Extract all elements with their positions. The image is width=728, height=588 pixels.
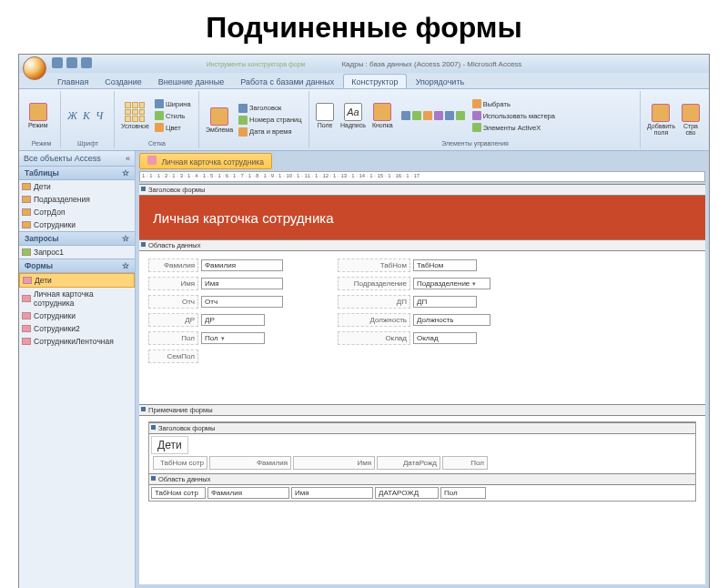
control-icon[interactable]	[434, 111, 443, 120]
nav-item-Запрос1[interactable]: Запрос1	[19, 246, 135, 259]
field-row-Фамилия: ФамилияФамилия	[148, 259, 283, 272]
field-input-ДР[interactable]: ДР	[201, 314, 265, 326]
navigation-pane: Все объекты Access « Таблицы☆ДетиПодразд…	[19, 151, 136, 588]
font-Ж[interactable]: Ж	[66, 109, 79, 123]
form-title-label[interactable]: Личная карточка сотрудника	[153, 210, 334, 226]
nav-category-Формы[interactable]: Формы☆	[19, 259, 135, 273]
field-label-Отч[interactable]: Отч	[148, 295, 198, 309]
grid-icon	[125, 102, 145, 122]
undo-icon[interactable]	[66, 57, 77, 68]
tab-работа с базами данных[interactable]: Работа с базами данных	[233, 75, 341, 88]
property-sheet-button[interactable]: Стра сво	[680, 103, 702, 137]
button-button[interactable]: Кнопка	[370, 102, 395, 129]
field-input-ТабНом[interactable]: ТабНом	[413, 259, 477, 271]
field-row-ДП: ДПДП	[338, 295, 490, 309]
field-label-ДР[interactable]: ДР	[148, 313, 198, 327]
view-button[interactable]: Режим	[26, 102, 50, 129]
field-input-ДП[interactable]: ДП	[413, 296, 477, 308]
field-label-СемПол[interactable]: СемПол	[148, 350, 198, 363]
field-label-ТабНом[interactable]: ТабНом	[338, 259, 410, 272]
nav-item-Дети[interactable]: Дети	[19, 180, 135, 193]
field-input-Отч[interactable]: Отч	[201, 296, 283, 308]
add-fields-icon	[652, 104, 670, 122]
ribbon-item-Использовать мастера[interactable]: Использовать мастера	[471, 110, 556, 121]
control-icon[interactable]	[401, 111, 410, 120]
field-row-ТабНом: ТабНомТабНом	[338, 259, 490, 272]
nav-category-Запросы[interactable]: Запросы☆	[19, 231, 135, 246]
document-tab[interactable]: Личная карточка сотрудника	[139, 153, 272, 169]
field-input-Оклад[interactable]: Оклад	[413, 332, 477, 344]
add-fields-button[interactable]: Добавить поля	[645, 103, 677, 137]
ribbon-item-Стиль[interactable]: Стиль	[154, 110, 192, 121]
control-icon[interactable]	[423, 111, 432, 120]
textbox-button[interactable]: Поле	[314, 102, 336, 129]
ribbon-item-Элементы ActiveX[interactable]: Элементы ActiveX	[471, 122, 556, 133]
save-icon[interactable]	[52, 57, 63, 68]
tab-упорядочить[interactable]: Упорядочить	[409, 75, 472, 88]
quick-access-toolbar	[52, 57, 92, 68]
section-form-footer[interactable]: Примечание формы	[139, 404, 705, 416]
subform-detail-area[interactable]: ТабНом сотрФамилияИмяДАТАРОЖДПол	[149, 485, 695, 501]
nav-item-СотрДоп[interactable]: СотрДоп	[19, 206, 135, 218]
field-label-Должность[interactable]: Должность	[338, 313, 410, 327]
field-label-Фамилия[interactable]: Фамилия	[148, 259, 198, 272]
detail-area[interactable]: ФамилияФамилияИмяИмяОтчОтчДРДРПолПолСемП…	[139, 251, 705, 404]
ribbon-item-Дата и время[interactable]: Дата и время	[238, 127, 303, 137]
field-row-ДР: ДРДР	[148, 313, 283, 327]
logo-icon	[210, 107, 228, 126]
font-К[interactable]: К	[81, 109, 92, 123]
section-form-header[interactable]: Заголовок формы	[139, 184, 705, 196]
nav-item-Личная карточка сотрудника[interactable]: Личная карточка сотрудника	[19, 288, 135, 309]
control-icon[interactable]	[412, 111, 421, 120]
subform-container[interactable]: Заголовок формы Дети ТабНом сотрФамилияИ…	[148, 421, 696, 502]
field-input-Пол[interactable]: Пол	[201, 332, 265, 344]
field-label-ДП[interactable]: ДП	[338, 295, 410, 309]
nav-item-Подразделения[interactable]: Подразделения	[19, 193, 135, 206]
nav-title[interactable]: Все объекты Access «	[19, 151, 135, 166]
label-button[interactable]: AaНадпись	[339, 102, 368, 129]
ribbon-item-Ширина[interactable]: Ширина	[154, 98, 192, 109]
ribbon-item-Номера страниц[interactable]: Номера страниц	[238, 115, 303, 126]
field-label-Оклад[interactable]: Оклад	[338, 331, 410, 345]
nav-item-Сотрудники2[interactable]: Сотрудники2	[19, 322, 135, 335]
ribbon-item-Цвет[interactable]: Цвет	[154, 122, 192, 133]
field-input-Имя[interactable]: Имя	[201, 278, 283, 289]
tab-создание[interactable]: Создание	[97, 75, 149, 88]
nav-item-Сотрудники[interactable]: Сотрудники	[19, 218, 135, 231]
form-header-area[interactable]: Личная карточка сотрудника	[139, 196, 705, 239]
view-icon	[29, 103, 47, 121]
ribbon-tabs: ГлавнаяСозданиеВнешние данныеРабота с ба…	[19, 73, 709, 89]
font-Ч[interactable]: Ч	[94, 109, 105, 123]
form-icon	[147, 156, 157, 165]
slide-title: Подчиненные формы	[0, 0, 728, 54]
control-icon[interactable]	[445, 111, 454, 120]
horizontal-ruler: 1 · 1 · 1 · 2 · 1 · 3 · 1 · 4 · 1 · 5 · …	[139, 171, 705, 182]
section-detail[interactable]: Область данных	[139, 239, 705, 251]
design-canvas[interactable]: Заголовок формы Личная карточка сотрудни…	[139, 184, 705, 584]
conditional-button[interactable]: Условное	[119, 101, 151, 130]
nav-item-СотрудникиЛенточная[interactable]: СотрудникиЛенточная	[19, 335, 135, 348]
field-label-Имя[interactable]: Имя	[148, 277, 198, 290]
field-row-Должность: ДолжностьДолжность	[338, 313, 490, 327]
content-area: Все объекты Access « Таблицы☆ДетиПодразд…	[19, 151, 709, 588]
logo-button[interactable]: Эмблема	[204, 106, 235, 134]
redo-icon[interactable]	[81, 57, 92, 68]
nav-item-Сотрудники[interactable]: Сотрудники	[19, 309, 135, 322]
field-input-Фамилия[interactable]: Фамилия	[201, 259, 283, 271]
tab-главная[interactable]: Главная	[50, 75, 96, 88]
chevron-down-icon: «	[126, 154, 130, 163]
control-icon[interactable]	[456, 111, 465, 120]
office-button[interactable]	[23, 56, 46, 80]
nav-category-Таблицы[interactable]: Таблицы☆	[19, 166, 135, 180]
ribbon-item-Заголовок[interactable]: Заголовок	[238, 103, 303, 114]
field-label-Подразделение[interactable]: Подразделение	[338, 277, 410, 290]
ribbon-item-Выбрать[interactable]: Выбрать	[471, 98, 556, 109]
group-gridlines-label: Сетка	[119, 140, 195, 147]
tab-конструктор[interactable]: Конструктор	[343, 74, 406, 88]
tab-внешние данные[interactable]: Внешние данные	[151, 75, 231, 88]
field-row-Оклад: ОкладОклад	[338, 331, 490, 345]
field-label-Пол[interactable]: Пол	[148, 331, 198, 345]
field-input-Должность[interactable]: Должность	[413, 314, 490, 326]
nav-item-Дети[interactable]: Дети	[19, 273, 135, 288]
field-input-Подразделение[interactable]: Подразделение	[413, 278, 490, 289]
